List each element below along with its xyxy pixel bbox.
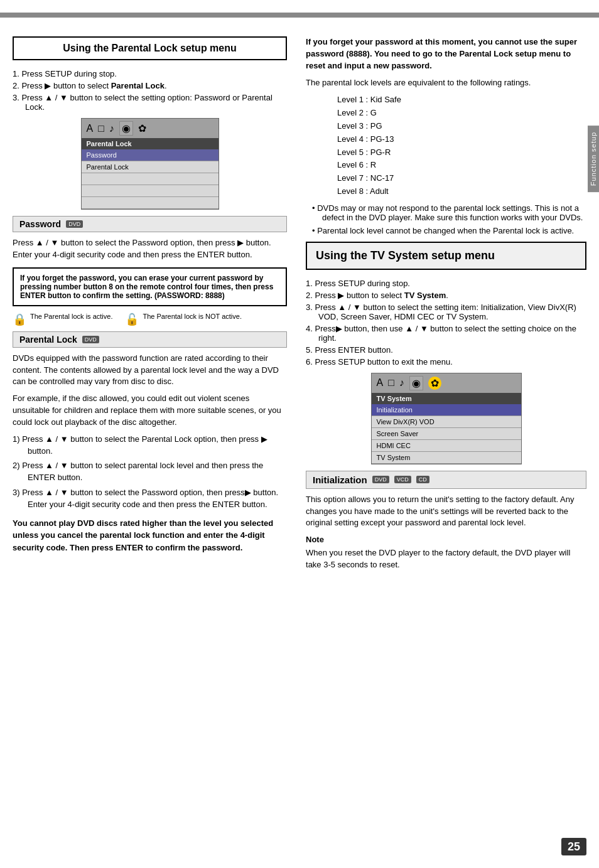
parental-lock-badge: DVD [82, 336, 99, 343]
step-1: 1. Press SETUP during stop. [13, 69, 287, 78]
password-badge: DVD [66, 220, 83, 228]
top-bar [0, 13, 599, 18]
tv-step-1: 1. Press SETUP during stop. [306, 279, 586, 288]
level-6: Level 6 : R [337, 159, 586, 172]
tv-icon-gear: ✿ [428, 377, 441, 390]
parental-lock-section-box: Using the Parental Lock setup menu [13, 36, 287, 60]
menu-item-empty3 [82, 197, 219, 209]
tv-menu-tvsystem: TV System [372, 452, 521, 464]
menu-item-empty2 [82, 185, 219, 197]
side-label: Function setup [588, 126, 599, 192]
step-2: 2. Press ▶ button to select Parental Loc… [13, 81, 287, 90]
tv-icon-box: □ [388, 377, 394, 388]
lock-active-label: The Parental lock is active. [30, 313, 112, 320]
icon-note: ♪ [109, 123, 114, 134]
tv-system-title: Using the TV System setup menu [316, 249, 576, 262]
level-5: Level 5 : PG-R [337, 146, 586, 159]
lock-not-active-icon: 🔓 [125, 313, 139, 326]
level-8: Level 8 : Adult [337, 185, 586, 198]
lock-not-active-item: 🔓 The Parental lock is NOT active. [125, 313, 242, 326]
warning-text: If you forget the password, you can eras… [20, 274, 273, 300]
tv-step-4: 4. Press▶ button, then use ▲ / ▼ button … [306, 324, 586, 343]
icon-box: □ [98, 123, 104, 134]
tv-menu-screensaver: Screen Saver [372, 428, 521, 440]
parental-lock-body1: DVDs equipped with the password function… [13, 353, 287, 388]
tv-icon-a: A [377, 377, 384, 388]
levels-intro: The parental lock levels are equivalent … [306, 77, 586, 89]
parental-lock-subsection-header: Parental Lock DVD [13, 331, 287, 348]
tv-step-3: 3. Press ▲ / ▼ button to select the sett… [306, 303, 586, 321]
icon-gear: ✿ [138, 122, 146, 134]
init-header: Initialization DVD VCD CD [306, 471, 586, 489]
tv-step-5: 5. Press ENTER button. [306, 345, 586, 355]
tv-icon-disc: ◉ [409, 376, 423, 390]
parental-lock-title: Using the Parental Lock setup menu [20, 43, 279, 54]
menu-item-empty1 [82, 173, 219, 185]
parental-sub-step-1: 1) Press ▲ / ▼ button to select the Pare… [13, 434, 287, 458]
menu-item-password: Password [82, 149, 219, 161]
tv-step-2: 2. Press ▶ button to select TV System. [306, 291, 586, 300]
parental-sub-step-2: 2) Press ▲ / ▼ button to select parental… [13, 460, 287, 484]
password-title: Password [19, 219, 61, 229]
icon-a: A [87, 123, 94, 134]
level-3: Level 3 : PG [337, 120, 586, 133]
init-badge-cd: CD [416, 476, 429, 483]
tv-icon-note: ♪ [399, 377, 404, 388]
parental-lock-sub-steps: 1) Press ▲ / ▼ button to select the Pare… [13, 434, 287, 511]
menu-sim-topbar: A □ ♪ ◉ ✿ [82, 119, 219, 138]
right-bullets: DVDs may or may not respond to the paren… [306, 203, 586, 235]
lock-active-item: 🔒 The Parental lock is active. [13, 313, 112, 326]
tv-menu-initialization: Initialization [372, 404, 521, 416]
lock-icons-row: 🔒 The Parental lock is active. 🔓 The Par… [13, 313, 287, 326]
tv-step-6: 6. Press SETUP button to exit the menu. [306, 357, 586, 367]
parental-lock-menu-header: Parental Lock [82, 138, 219, 149]
content-area: Using the Parental Lock setup menu 1. Pr… [0, 30, 599, 582]
levels-list: Level 1 : Kid Safe Level 2 : G Level 3 :… [306, 94, 586, 198]
level-4: Level 4 : PG-13 [337, 133, 586, 146]
tv-menu-divx: View DivX(R) VOD [372, 416, 521, 428]
init-badge-dvd: DVD [372, 476, 389, 483]
forget-password-bold: If you forget your password at this mome… [306, 37, 577, 70]
level-1: Level 1 : Kid Safe [337, 94, 586, 107]
page-number: 25 [561, 838, 586, 855]
init-title: Initialization [313, 474, 367, 485]
lock-not-active-label: The Parental lock is NOT active. [143, 313, 242, 320]
level-2: Level 2 : G [337, 107, 586, 120]
tv-menu-header: TV System [372, 393, 521, 404]
parental-sub-step-3: 3) Press ▲ / ▼ button to select the Pass… [13, 487, 287, 511]
step-3: 3. Press ▲ / ▼ button to select the sett… [13, 93, 287, 112]
warning-box: If you forget the password, you can eras… [13, 267, 287, 306]
note-label: Note [306, 534, 586, 546]
left-column: Using the Parental Lock setup menu 1. Pr… [13, 36, 300, 576]
tv-menu-topbar: A □ ♪ ◉ ✿ [372, 373, 521, 393]
lock-active-icon: 🔒 [13, 313, 26, 326]
tv-system-menu-sim: A □ ♪ ◉ ✿ TV System Initialization View … [371, 373, 522, 464]
note-text: When you reset the DVD player to the fac… [306, 547, 586, 571]
tv-system-steps: 1. Press SETUP during stop. 2. Press ▶ b… [306, 279, 586, 367]
tv-menu-hdmicec: HDMI CEC [372, 440, 521, 452]
tv-system-section-box: Using the TV System setup menu [306, 242, 586, 270]
init-body: This option allows you to return the uni… [306, 494, 586, 530]
init-badge-vcd: VCD [394, 476, 411, 483]
level-7: Level 7 : NC-17 [337, 172, 586, 185]
icon-disc: ◉ [119, 121, 133, 136]
parental-lock-steps: 1. Press SETUP during stop. 2. Press ▶ b… [13, 69, 287, 112]
parental-lock-body2: For example, if the disc allowed, you co… [13, 393, 287, 429]
password-body: Press ▲ / ▼ button to select the Passwor… [13, 237, 287, 261]
parental-lock-menu-sim: A □ ♪ ◉ ✿ Parental Lock Password Parenta… [81, 118, 219, 210]
bullet-1: DVDs may or may not respond to the paren… [312, 203, 586, 222]
parental-lock-sub-title: Parental Lock [19, 335, 77, 345]
parental-bold-warning: You cannot play DVD discs rated higher t… [13, 517, 287, 554]
bullet-2: Parental lock level cannot be changed wh… [312, 226, 586, 235]
password-subsection-header: Password DVD [13, 216, 287, 232]
right-column: If you forget your password at this mome… [300, 36, 586, 576]
menu-item-parental-lock: Parental Lock [82, 161, 219, 173]
page-container: Using the Parental Lock setup menu 1. Pr… [0, 0, 599, 868]
forget-password-text: If you forget your password at this mome… [306, 36, 586, 72]
